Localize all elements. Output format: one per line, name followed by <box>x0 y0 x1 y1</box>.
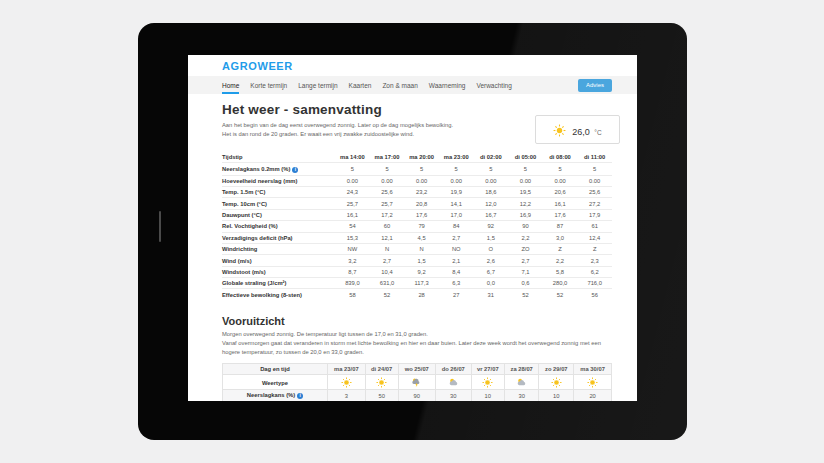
info-icon[interactable]: i <box>297 393 303 399</box>
column-header: wo 25/07 <box>398 363 435 374</box>
table-row: Wind (m/s)3,22,71,52,12,62,72,22,3 <box>222 255 612 266</box>
table-cell: 52 <box>543 289 578 300</box>
column-header: di 05:00 <box>508 152 543 163</box>
weather-type-row: Weertype <box>223 375 612 390</box>
table-cell: 17,2 <box>370 209 405 220</box>
table-cell: N <box>404 243 439 254</box>
table-cell: 16,7 <box>474 209 509 220</box>
column-header: ma 17:00 <box>370 152 405 163</box>
info-icon[interactable]: i <box>292 167 298 173</box>
table-cell: 5 <box>404 163 439 175</box>
table-cell: 25,7 <box>370 198 405 209</box>
column-header: za 28/07 <box>505 363 539 374</box>
table-cell: 12,4 <box>577 232 612 243</box>
table-cell: 2,3 <box>577 255 612 266</box>
table-header-row: Dag en tijdma 23/07di 24/07wo 25/07do 26… <box>223 363 612 374</box>
table-cell: 12,2 <box>508 198 543 209</box>
table-cell: Z <box>543 243 578 254</box>
table-cell: 4,5 <box>404 232 439 243</box>
table-cell: 3,2 <box>335 255 370 266</box>
table-cell: 2,7 <box>439 232 474 243</box>
table-cell: 5 <box>335 163 370 175</box>
table-cell: 2,1 <box>439 255 474 266</box>
nav-item-lange-termijn[interactable]: Lange termijn <box>298 76 337 94</box>
table-cell: 631,0 <box>370 278 405 289</box>
table-cell: 8,7 <box>335 266 370 277</box>
table-cell: ZO <box>508 243 543 254</box>
nav-item-korte-termijn[interactable]: Korte termijn <box>250 76 287 94</box>
partly-cloudy-icon <box>448 379 459 385</box>
column-header: ma 14:00 <box>335 152 370 163</box>
table-cell: 90 <box>508 221 543 232</box>
forecast-line-1: Morgen overwegend zonnig. De temperatuur… <box>222 330 612 339</box>
hourly-weather-table: Tijdstipma 14:00ma 17:00ma 20:00ma 23:00… <box>222 152 612 300</box>
table-cell: 12,1 <box>370 232 405 243</box>
table-cell: 1,5 <box>474 232 509 243</box>
table-cell: 50 <box>365 390 398 401</box>
screen: AGROWEER HomeKorte termijnLange termijnK… <box>188 55 637 401</box>
table-cell: 17,6 <box>543 209 578 220</box>
table-cell: 0,0 <box>474 278 509 289</box>
row-label: Verzadigings deficit (hPa) <box>222 232 335 243</box>
table-cell: 10 <box>539 390 574 401</box>
table-cell: 0.00 <box>508 175 543 186</box>
table-cell: 54 <box>335 221 370 232</box>
table-row: Hoeveelheid neerslag (mm)0.000.000.000.0… <box>222 175 612 186</box>
table-cell <box>471 375 504 390</box>
table-cell: O <box>474 243 509 254</box>
table-cell: 25,6 <box>577 187 612 198</box>
column-header: vr 27/07 <box>471 363 504 374</box>
nav-item-kaarten[interactable]: Kaarten <box>349 76 372 94</box>
table-cell: 0.00 <box>370 175 405 186</box>
table-cell: 30 <box>435 390 471 401</box>
advies-button[interactable]: Advies <box>578 79 612 92</box>
nav-item-zon-maan[interactable]: Zon & maan <box>382 76 417 94</box>
nav-item-home[interactable]: Home <box>222 76 239 94</box>
table-cell <box>435 375 471 390</box>
main-nav: HomeKorte termijnLange termijnKaartenZon… <box>188 76 637 94</box>
column-header: ma 20:00 <box>404 152 439 163</box>
table-cell: 19,5 <box>508 187 543 198</box>
column-header: di 11:00 <box>577 152 612 163</box>
table-cell: 20,6 <box>543 187 578 198</box>
table-cell: 7,1 <box>508 266 543 277</box>
table-cell: 17,6 <box>404 209 439 220</box>
current-temperature: 26,0 <box>572 127 590 137</box>
table-cell <box>328 375 366 390</box>
table-row: Neerslagkans 0.2mm (%)i55555555 <box>222 163 612 175</box>
table-cell: 9,2 <box>404 266 439 277</box>
column-header: di 24/07 <box>365 363 398 374</box>
column-header: di 02:00 <box>474 152 509 163</box>
table-cell: Z <box>577 243 612 254</box>
table-cell <box>539 375 574 390</box>
row-label: Hoeveelheid neerslag (mm) <box>222 175 335 186</box>
table-cell: 24,3 <box>335 187 370 198</box>
column-header: di 08:00 <box>543 152 578 163</box>
table-row: Neerslagkans (%)i350903010301020 <box>223 390 612 401</box>
row-label: Rel. Vochtigheid (%) <box>222 221 335 232</box>
page-background: AGROWEER HomeKorte termijnLange termijnK… <box>0 0 824 463</box>
table-row: WindrichtingNWNNNOOZOZZ <box>222 243 612 254</box>
table-cell: 90 <box>398 390 435 401</box>
table-cell: 2,2 <box>508 232 543 243</box>
table-cell: 6,3 <box>439 278 474 289</box>
table-cell: 2,7 <box>370 255 405 266</box>
row-label: Temp. 10cm (°C) <box>222 198 335 209</box>
table-cell: 14,1 <box>439 198 474 209</box>
sun-icon <box>376 379 387 385</box>
table-cell: 0,6 <box>508 278 543 289</box>
table-cell: 31 <box>474 289 509 300</box>
row-label: Windrichting <box>222 243 335 254</box>
table-cell: 16,1 <box>335 209 370 220</box>
table-cell: 10 <box>471 390 504 401</box>
table-cell: 30 <box>505 390 539 401</box>
table-header-row: Tijdstipma 14:00ma 17:00ma 20:00ma 23:00… <box>222 152 612 163</box>
sun-icon <box>587 379 598 385</box>
summary-line-2: Het is dan rond de 20 graden. Er waait e… <box>222 130 552 139</box>
nav-item-waarneming[interactable]: Waarneming <box>429 76 466 94</box>
table-cell <box>365 375 398 390</box>
table-cell: 5 <box>543 163 578 175</box>
nav-item-verwachting[interactable]: Verwachting <box>476 76 511 94</box>
table-cell: 18,6 <box>474 187 509 198</box>
table-cell: 6,2 <box>577 266 612 277</box>
